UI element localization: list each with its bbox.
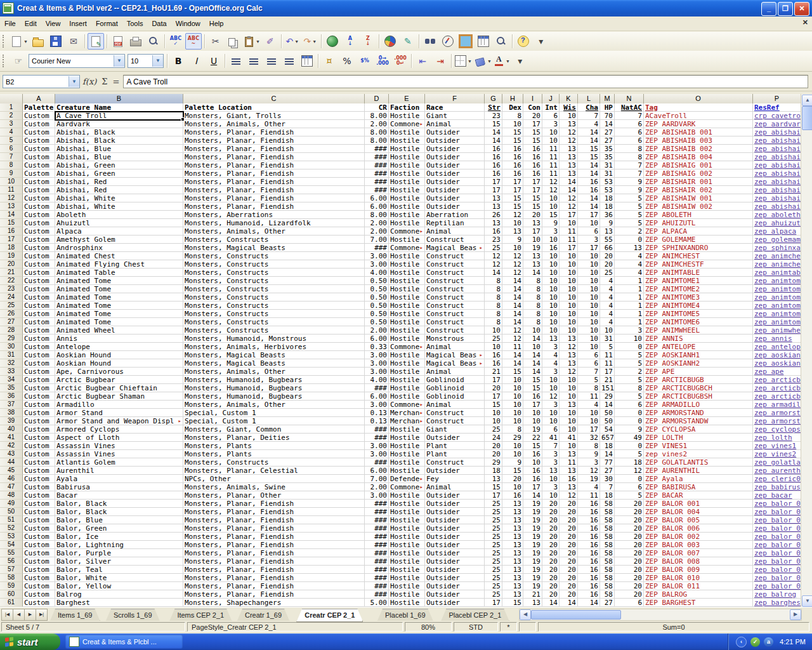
column-header-K[interactable]: K [560,94,578,104]
cell-A10[interactable]: Custom [23,178,55,186]
cell-M34[interactable]: 21 [600,376,615,384]
cell-N50[interactable]: 20 [615,508,644,516]
cell-L16[interactable]: 6 [578,227,600,235]
cell-L7[interactable]: 15 [578,153,600,161]
cell-J43[interactable]: 3 [542,450,560,458]
cell-H24[interactable]: 14 [502,293,523,302]
cell-K28[interactable]: 10 [560,326,578,335]
cell-E8[interactable]: Hostile [389,161,425,169]
cell-L5[interactable]: 14 [578,136,600,145]
cell-H45[interactable]: 15 [502,467,523,475]
cell-J39[interactable]: 10 [542,417,560,425]
cell-H60[interactable]: 13 [502,590,523,599]
cell-O5[interactable]: ZEP_ABISHAIB_003 [644,136,753,145]
cell-O52[interactable]: ZEP_BALOR_006 [644,524,753,533]
cell-C50[interactable]: Monsters, Planar, Fiendish [183,508,365,516]
cell-M6[interactable]: 35 [600,145,615,153]
cell-F17[interactable]: Construct [425,235,485,244]
cell-P25[interactable]: zep_animtom [753,302,801,310]
cell-P57[interactable]: zep_balor_0 [753,566,801,574]
cell-F34[interactable]: Goblinoid [425,376,485,384]
cell-L52[interactable]: 16 [578,524,600,533]
chevron-down-icon[interactable]: ▼ [114,55,124,67]
cell-O7[interactable]: ZEP_ABISHAIB_004 [644,153,753,161]
cell-B41[interactable]: Aspect of Lloth [55,434,183,442]
cell-C36[interactable]: Monsters, Humanoid, Bugbears [183,392,365,401]
cell-D33[interactable]: 3.00 [365,368,389,376]
cell-K53[interactable]: 20 [560,533,578,541]
cell-M10[interactable]: 53 [600,178,615,186]
cell-C60[interactable]: Monsters, Planar, Fiendish [183,590,365,599]
chevron-down-icon[interactable]: ▼ [468,59,472,63]
cell-K35[interactable]: 10 [560,384,578,392]
row-header-52[interactable]: 52 [0,524,23,533]
cell-D3[interactable]: 2.00 [365,120,389,128]
cell-F13[interactable]: Outsider [425,202,485,211]
cell-C39[interactable]: Special, Custom 1 [183,417,365,425]
cell-N12[interactable]: 5 [615,194,644,202]
menu-data[interactable]: Data [147,18,171,29]
cell-E34[interactable]: Hostile [389,376,425,384]
cell-D15[interactable]: 2.00 [365,219,389,227]
cell-J6[interactable]: 11 [542,145,560,153]
row-header-43[interactable]: 43 [0,450,23,458]
cell-I31[interactable]: 14 [523,351,542,359]
cell-K39[interactable]: 10 [560,417,578,425]
row-header-55[interactable]: 55 [0,549,23,557]
cell-J42[interactable]: 7 [542,442,560,450]
cell-N59[interactable]: 20 [615,582,644,590]
cell-I60[interactable]: 21 [523,590,542,599]
align-right-button[interactable] [263,53,280,69]
cell-M57[interactable]: 58 [600,566,615,574]
cell-B18[interactable]: Androsphinx [55,244,183,252]
cell-I3[interactable]: 17 [523,120,542,128]
cell-P49[interactable]: zep_balor_0 [753,500,801,508]
cell-A27[interactable]: Custom [23,318,55,326]
row-header-21[interactable]: 21 [0,269,23,277]
cell-M37[interactable]: 14 [600,401,615,409]
cell-I2[interactable]: 20 [523,112,542,120]
cell-F3[interactable]: Animal [425,120,485,128]
cell-J60[interactable]: 20 [542,590,560,599]
cell-A32[interactable]: Custom [23,359,55,368]
cell-L11[interactable]: 16 [578,186,600,194]
cell-C5[interactable]: Monsters, Planar, Fiendish [183,136,365,145]
cell-L19[interactable]: 10 [578,252,600,260]
cell-C53[interactable]: Monsters, Planar, Fiendish [183,533,365,541]
cell-P42[interactable]: zep_vines1 [753,442,801,450]
cell-J59[interactable]: 20 [542,582,560,590]
header-cell-natac[interactable]: NatAC [615,103,644,112]
cell-G45[interactable]: 18 [485,467,502,475]
cell-B17[interactable]: Amethyst Golem [55,235,183,244]
cell-D6[interactable]: ### [365,145,389,153]
row-header-61[interactable]: 61 [0,599,23,607]
cell-C30[interactable]: Monsters, Animals, Herbivores [183,343,365,351]
cell-A5[interactable]: Custom [23,136,55,145]
cell-K32[interactable]: 13 [560,359,578,368]
cell-C16[interactable]: Monsters, Animals, Other [183,227,365,235]
cell-K50[interactable]: 20 [560,508,578,516]
cell-E19[interactable]: Hostile [389,252,425,260]
cell-B44[interactable]: Atlantis Golem [55,458,183,467]
cell-C19[interactable]: Monsters, Constructs [183,252,365,260]
row-header-58[interactable]: 58 [0,574,23,582]
cell-N57[interactable]: 20 [615,566,644,574]
cut-button[interactable]: ✂ [207,33,224,50]
cell-M16[interactable]: 13 [600,227,615,235]
cell-O34[interactable]: ZEP_ARCTICBUGB [644,376,753,384]
cell-O10[interactable]: ZEP_ABISHAIR_001 [644,178,753,186]
cell-M43[interactable]: 14 [600,450,615,458]
cell-I49[interactable]: 19 [523,500,542,508]
cell-J51[interactable]: 20 [542,516,560,524]
cell-D39[interactable]: 0.13 [365,417,389,425]
sheet-tab-items-cep-2-1[interactable]: Items CEP 2_1 [169,609,232,622]
cell-F54[interactable]: Outsider [425,541,485,549]
cell-H53[interactable]: 13 [502,533,523,541]
cell-A55[interactable]: Custom [23,549,55,557]
cell-G16[interactable]: 16 [485,227,502,235]
cell-D45[interactable]: 6.00 [365,467,389,475]
toolbar-options-button[interactable]: ▾ [512,53,528,69]
cell-E55[interactable]: Hostile [389,549,425,557]
cell-M40[interactable]: 54 [600,425,615,434]
cell-A18[interactable]: Custom [23,244,55,252]
